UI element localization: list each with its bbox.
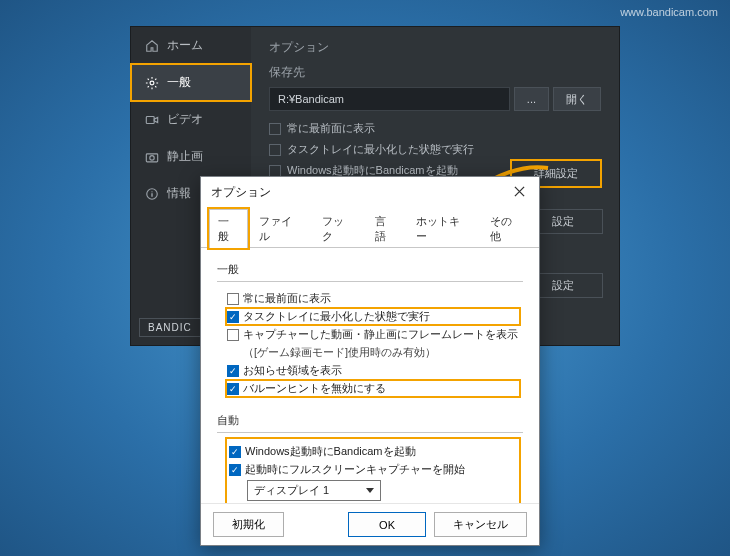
checkbox-label: 起動時にフルスクリーンキャプチャーを開始 <box>245 462 465 477</box>
save-path-input[interactable] <box>269 87 510 111</box>
display-select[interactable]: ディスプレイ 1 <box>247 480 381 501</box>
tab-language[interactable]: 言語 <box>366 209 405 248</box>
dlg-checkbox-balloon[interactable]: バルーンヒントを無効にする <box>227 381 519 396</box>
dialog-body: 一般 常に最前面に表示 タスクトレイに最小化した状態で実行 キャプチャーした動画… <box>201 248 539 503</box>
close-icon <box>514 186 525 197</box>
checkbox-icon <box>227 311 239 323</box>
checkbox-label: タスクトレイに最小化した状態で実行 <box>287 142 474 157</box>
dlg-checkbox-autostart-win[interactable]: Windows起動時にBandicamを起動 <box>229 444 517 459</box>
video-icon <box>145 113 159 127</box>
checkbox-label: 常に最前面に表示 <box>243 291 331 306</box>
sidebar-item-label: 情報 <box>167 185 191 202</box>
checkbox-icon <box>227 329 239 341</box>
checkbox-label: バルーンヒントを無効にする <box>243 381 386 396</box>
checkbox-icon <box>227 365 239 377</box>
sidebar-item-label: 静止画 <box>167 148 203 165</box>
sidebar-item-label: ホーム <box>167 37 203 54</box>
dlg-checkbox-auto-fullscreen[interactable]: 起動時にフルスクリーンキャプチャーを開始 <box>229 462 517 477</box>
tab-general[interactable]: 一般 <box>209 209 248 248</box>
dialog-footer: 初期化 OK キャンセル <box>201 503 539 545</box>
bandicam-logo: BANDIC <box>139 318 201 337</box>
sidebar-item-image[interactable]: 静止画 <box>131 138 251 175</box>
checkbox-icon <box>269 123 281 135</box>
sidebar-item-label: 一般 <box>167 74 191 91</box>
dlg-checkbox-notice[interactable]: お知らせ領域を表示 <box>227 363 519 378</box>
info-icon <box>145 187 159 201</box>
sidebar-item-label: ビデオ <box>167 111 203 128</box>
browse-button[interactable]: ... <box>514 87 549 111</box>
checkbox-icon <box>269 144 281 156</box>
cancel-button[interactable]: キャンセル <box>434 512 527 537</box>
checkbox-icon <box>227 293 239 305</box>
checkbox-label: キャプチャーした動画・静止画にフレームレートを表示 <box>243 327 518 342</box>
svg-point-0 <box>150 81 154 85</box>
tab-other[interactable]: その他 <box>481 209 531 248</box>
camera-icon <box>145 150 159 164</box>
group-auto-label: 自動 <box>217 413 523 428</box>
tab-hotkey[interactable]: ホットキー <box>407 209 479 248</box>
sidebar-item-video[interactable]: ビデオ <box>131 101 251 138</box>
options-heading: オプション <box>269 39 601 56</box>
dialog-tabs: 一般 ファイル フック 言語 ホットキー その他 <box>201 206 539 248</box>
watermark-text: www.bandicam.com <box>620 6 718 18</box>
group-general-label: 一般 <box>217 262 523 277</box>
gear-icon <box>145 76 159 90</box>
checkbox-label: お知らせ領域を表示 <box>243 363 342 378</box>
checkbox-icon <box>269 165 281 177</box>
checkbox-label: 常に最前面に表示 <box>287 121 375 136</box>
dialog-close-button[interactable] <box>508 183 531 202</box>
reset-button[interactable]: 初期化 <box>213 512 284 537</box>
checkbox-icon <box>229 446 241 458</box>
ok-button[interactable]: OK <box>348 512 426 537</box>
tab-file[interactable]: ファイル <box>250 209 311 248</box>
sidebar-item-general[interactable]: 一般 <box>131 64 251 101</box>
save-to-label: 保存先 <box>269 64 601 81</box>
home-icon <box>145 39 159 53</box>
checkbox-tray[interactable]: タスクトレイに最小化した状態で実行 <box>269 142 601 157</box>
sidebar-item-home[interactable]: ホーム <box>131 27 251 64</box>
dlg-checkbox-topmost[interactable]: 常に最前面に表示 <box>227 291 519 306</box>
options-dialog: オプション 一般 ファイル フック 言語 ホットキー その他 一般 常に最前面に… <box>200 176 540 546</box>
checkbox-icon <box>227 383 239 395</box>
dlg-checkbox-tray[interactable]: タスクトレイに最小化した状態で実行 <box>227 309 519 324</box>
dlg-checkbox-framerate[interactable]: キャプチャーした動画・静止画にフレームレートを表示 <box>227 327 519 342</box>
framerate-note: （[ゲーム録画モード]使用時のみ有効） <box>227 345 519 360</box>
svg-rect-2 <box>146 153 157 161</box>
svg-point-3 <box>150 155 154 159</box>
checkbox-label: タスクトレイに最小化した状態で実行 <box>243 309 430 324</box>
checkbox-topmost[interactable]: 常に最前面に表示 <box>269 121 601 136</box>
checkbox-label: Windows起動時にBandicamを起動 <box>245 444 416 459</box>
checkbox-icon <box>229 464 241 476</box>
open-folder-button[interactable]: 開く <box>553 87 601 111</box>
dialog-title: オプション <box>211 184 271 201</box>
svg-rect-1 <box>146 116 154 123</box>
tab-hook[interactable]: フック <box>313 209 363 248</box>
